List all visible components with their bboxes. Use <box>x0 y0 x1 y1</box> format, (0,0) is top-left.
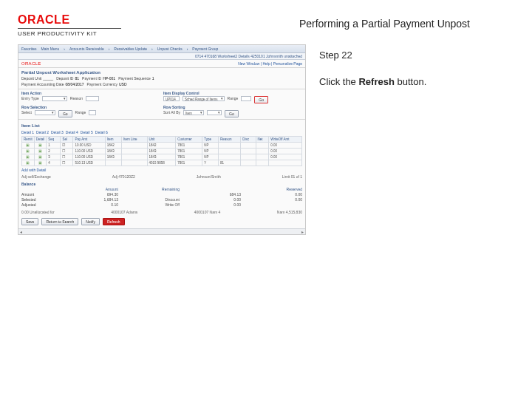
notify-button[interactable]: Notify <box>81 218 100 225</box>
add-detail-link[interactable]: Add with Detail <box>21 168 46 172</box>
choice-input[interactable]: UP014 <box>163 96 180 101</box>
item-action-title: Item Action <box>21 91 160 95</box>
row-sorting-title: Row Sorting <box>163 105 302 109</box>
refresh-button[interactable]: Refresh <box>103 218 125 225</box>
table-row: ▣▣2☐110.00 USD184318437801NP0.00 <box>22 149 302 154</box>
scroll-left-icon[interactable]: ◂ <box>20 229 22 234</box>
refresh-word: Refresh <box>358 76 394 87</box>
instruction-text: Click the Refresh button. <box>319 74 514 90</box>
brand-block: ORACLE USER PRODUCTIVITY KIT <box>18 13 121 37</box>
doc-header: ORACLE USER PRODUCTIVITY KIT Performing … <box>0 0 532 44</box>
tab[interactable]: Detail 6 <box>95 130 108 134</box>
choice2-select[interactable]: Sched Range of Items <box>183 96 225 101</box>
crumb[interactable]: Unpost Checks <box>157 47 183 51</box>
app-screenshot: Favorites Main Menu› Accounts Receivable… <box>18 44 306 235</box>
tab[interactable]: Detail 5 <box>81 130 93 134</box>
tab[interactable]: Detail 4 <box>66 130 78 134</box>
crumb[interactable]: Main Menu <box>41 47 60 51</box>
instruction-column: Step 22 Click the Refresh button. <box>319 44 514 235</box>
row-selection-title: Row Selection <box>21 105 160 109</box>
display-control-title: Item Display Control <box>163 91 302 95</box>
screenshot-column: Favorites Main Menu› Accounts Receivable… <box>18 44 306 235</box>
crumb[interactable]: Favorites <box>21 47 37 51</box>
item-list-tabs: Detail 1 Detail 2 Detail 3 Detail 4 Deta… <box>18 129 305 136</box>
sortby2-select[interactable] <box>207 110 222 115</box>
crumb[interactable]: Receivables Update <box>114 47 147 51</box>
item-table: Remit Detail Seq Sel Pay Amt Item Item L… <box>21 136 302 166</box>
range2-input[interactable] <box>89 110 96 115</box>
balance-grid: Amount Remaining Reserved Amount 694.30 … <box>18 187 305 209</box>
breadcrumb: Favorites Main Menu› Accounts Receivable… <box>18 45 305 53</box>
doc-title: Performing a Partial Payment Unpost <box>121 13 514 30</box>
select-dd[interactable] <box>35 110 55 115</box>
oracle-logo: ORACLE <box>18 13 121 27</box>
sub-bar: 0714 470168 Worksheet2 Details 4250101 J… <box>18 53 305 60</box>
page-title: Partial Unpost Worksheet Application <box>18 68 305 75</box>
tab[interactable]: Detail 1 <box>21 130 34 134</box>
table-row: ▣▣1☑10.00 USD184218427801NP0.00 <box>22 143 302 149</box>
h-scrollbar[interactable]: ◂ ▸ <box>18 228 305 234</box>
scroll-right-icon[interactable]: ▸ <box>301 229 304 234</box>
item-list-title: Item List <box>18 121 305 129</box>
entry-type-select[interactable] <box>42 96 67 101</box>
go-button[interactable]: Go <box>254 96 268 103</box>
range-input[interactable] <box>241 96 251 101</box>
tab[interactable]: Detail 2 <box>36 130 49 134</box>
mini-oracle-logo: ORACLE <box>21 61 41 66</box>
table-row: ▣▣3☐110.00 USD184318437801NP0.00 <box>22 154 302 160</box>
upk-label: USER PRODUCTIVITY KIT <box>18 28 121 37</box>
return-button[interactable]: Return to Search <box>41 218 78 225</box>
balance-title: Balance <box>18 180 305 187</box>
top-links[interactable]: New Window | Help | Personalize Page <box>238 61 302 66</box>
tab[interactable]: Detail 3 <box>51 130 64 134</box>
go-sort-button[interactable]: Go <box>225 110 239 117</box>
crumb[interactable]: Payment Group <box>192 47 218 51</box>
save-button[interactable]: Save <box>21 218 38 225</box>
sortby-select[interactable]: Item <box>183 110 204 115</box>
go-sel-button[interactable]: Go <box>58 110 72 117</box>
table-row: ▣▣4☐510.13 USD4015 98587801Y81 <box>22 160 302 166</box>
step-label: Step 22 <box>319 47 514 64</box>
reason-input[interactable] <box>86 96 99 101</box>
crumb[interactable]: Accounts Receivable <box>69 47 104 51</box>
